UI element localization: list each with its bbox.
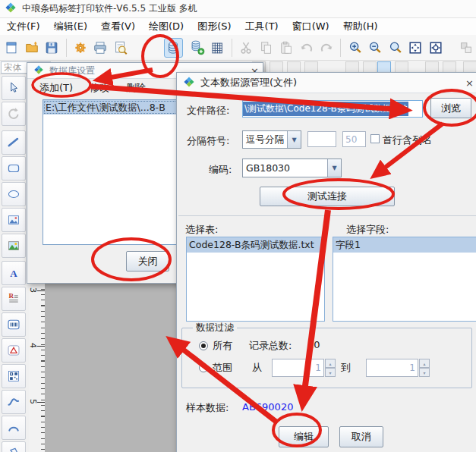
grid-button[interactable] (208, 38, 227, 58)
test-connection-button[interactable]: 测试连接 (260, 187, 395, 206)
shape-tool-button[interactable] (2, 338, 26, 363)
table-list[interactable]: Code128-B条码测试数据.txt (186, 237, 325, 322)
fit-page-button[interactable] (406, 38, 425, 58)
table-list-item[interactable]: Code128-B条码测试数据.txt (187, 237, 324, 253)
format-toolbar-button[interactable] (377, 61, 391, 73)
menu-tools[interactable]: 工具(T) (238, 18, 285, 35)
polygon-tool-button[interactable] (2, 441, 26, 452)
filter-all-label: 所有 (213, 339, 232, 353)
rich-text-tool-button[interactable]: R (2, 287, 26, 311)
rotate-tool-button[interactable] (2, 102, 26, 126)
rich-text-tool-icon: R (7, 292, 20, 306)
menu-shape[interactable]: 图形(S) (191, 18, 238, 35)
range-from-spinner[interactable]: 1 ▴▾ (272, 359, 336, 377)
spinner-buttons[interactable]: ▴▾ (419, 359, 430, 377)
menu-delete[interactable]: 删除 (126, 81, 146, 95)
menu-add[interactable]: 添加(T) (39, 81, 73, 95)
field-list[interactable]: 字段1 (333, 237, 476, 322)
separator-combo[interactable]: 逗号分隔 ▼ (242, 130, 301, 149)
menu-file[interactable]: 文件(F) (0, 18, 47, 35)
format-toolbar-button[interactable] (363, 61, 377, 73)
menu-draw[interactable]: 绘图(D) (142, 18, 191, 35)
database-add-button[interactable] (188, 38, 207, 58)
format-toolbar-button[interactable] (395, 61, 408, 73)
group-button[interactable] (456, 38, 475, 58)
format-toolbar-button[interactable] (443, 61, 456, 73)
paste-button[interactable] (277, 38, 296, 58)
print-preview-button[interactable] (112, 38, 131, 58)
browse-button[interactable]: 浏览 (430, 98, 471, 118)
format-toolbar-button[interactable] (304, 61, 318, 73)
picture-tool-button[interactable] (2, 234, 26, 258)
text-datasource-titlebar[interactable]: 文本数据源管理(文件) (177, 73, 476, 93)
format-toolbar-button[interactable] (287, 61, 301, 73)
fit-screen-button[interactable] (427, 38, 446, 58)
window-titlebar: 中琅条码标签打印软件-V6.5.5 工业版 多机 (0, 0, 476, 18)
spin-up-icon[interactable]: ▴ (419, 359, 430, 368)
spin-up-icon[interactable]: ▴ (325, 359, 336, 368)
spin-down-icon[interactable]: ▾ (325, 368, 336, 377)
first-row-checkbox[interactable] (370, 134, 380, 143)
select-tool-button[interactable] (2, 76, 26, 100)
dialog-logo-icon (183, 76, 195, 90)
undo-button[interactable] (297, 38, 316, 58)
filter-range-radio[interactable] (199, 363, 208, 372)
chevron-down-icon[interactable]: ▼ (287, 131, 301, 148)
file-path-input[interactable]: \测试数据\Code128-B条码测试数据.txt (242, 100, 423, 118)
format-toolbar-button[interactable] (425, 61, 439, 73)
rounded-rect-tool-button[interactable] (2, 156, 26, 180)
redo-button[interactable] (317, 38, 336, 58)
settings-button[interactable] (71, 38, 90, 58)
zoom-out-button[interactable] (366, 38, 385, 58)
image-tool-button[interactable] (2, 208, 26, 232)
text-datasource-dialog: 文本数据源管理(文件) × 文件路径: \测试数据\Code128-B条码测试数… (176, 72, 476, 452)
line-tool-button[interactable] (2, 130, 26, 155)
range-to-value[interactable]: 1 (366, 359, 418, 377)
encoding-combo[interactable]: GB18030 ▼ (242, 159, 342, 177)
format-toolbar-button[interactable] (270, 61, 283, 73)
database-button[interactable] (164, 38, 183, 58)
menu-edit[interactable]: 编辑(E) (47, 18, 94, 35)
zoom-in-button[interactable] (345, 38, 364, 58)
spinner-buttons[interactable]: ▴▾ (325, 359, 336, 377)
field-list-item[interactable]: 字段1 (333, 237, 476, 253)
arc-tool-button[interactable] (2, 416, 26, 440)
format-toolbar-button[interactable] (345, 61, 359, 73)
format-toolbar-button[interactable] (463, 61, 476, 73)
ellipse-tool-button[interactable] (2, 182, 26, 206)
qrcode-tool-button[interactable] (2, 364, 26, 388)
print-button[interactable] (91, 38, 110, 58)
range-from-value[interactable]: 1 (272, 359, 324, 377)
barcode-tool-icon (7, 318, 20, 331)
close-button[interactable]: 关闭 (126, 251, 169, 272)
curve-tool-button[interactable] (2, 390, 26, 414)
svg-text:R: R (8, 292, 14, 300)
file-path-label: 文件路径: (187, 104, 229, 118)
open-file-button[interactable] (23, 38, 42, 58)
edit-button[interactable]: 编辑 (279, 426, 329, 447)
close-icon[interactable]: × (464, 77, 475, 89)
zoom-page-button[interactable] (386, 38, 405, 58)
cut-button[interactable] (237, 38, 256, 58)
chevron-down-icon[interactable]: ▼ (327, 159, 341, 177)
text-tool-button[interactable]: A (2, 261, 26, 285)
encoding-value: GB18030 (243, 162, 327, 174)
menu-view[interactable]: 查看(V) (94, 18, 142, 35)
menu-window[interactable]: 窗口(W) (285, 18, 336, 35)
menu-modify[interactable]: 修改 (90, 81, 109, 95)
cancel-button[interactable]: 取消 (339, 426, 383, 447)
menu-bar: 文件(F)编辑(E)查看(V)绘图(D)图形(S)工具(T)窗口(W)帮助(H) (0, 18, 476, 36)
copy-button[interactable] (257, 38, 276, 58)
paste-icon (279, 40, 294, 55)
rounded-rect-tool-icon (7, 162, 20, 175)
group-icon (459, 40, 474, 55)
spin-down-icon[interactable]: ▾ (419, 368, 430, 377)
menu-help[interactable]: 帮助(H) (336, 18, 385, 35)
barcode-tool-button[interactable] (2, 312, 26, 337)
svg-text:A: A (10, 268, 17, 279)
custom-separator-input[interactable] (307, 131, 336, 147)
new-document-button[interactable] (2, 38, 21, 58)
filter-all-radio[interactable] (199, 341, 208, 350)
save-button[interactable] (43, 38, 61, 58)
range-to-spinner[interactable]: 1 ▴▾ (366, 359, 430, 377)
